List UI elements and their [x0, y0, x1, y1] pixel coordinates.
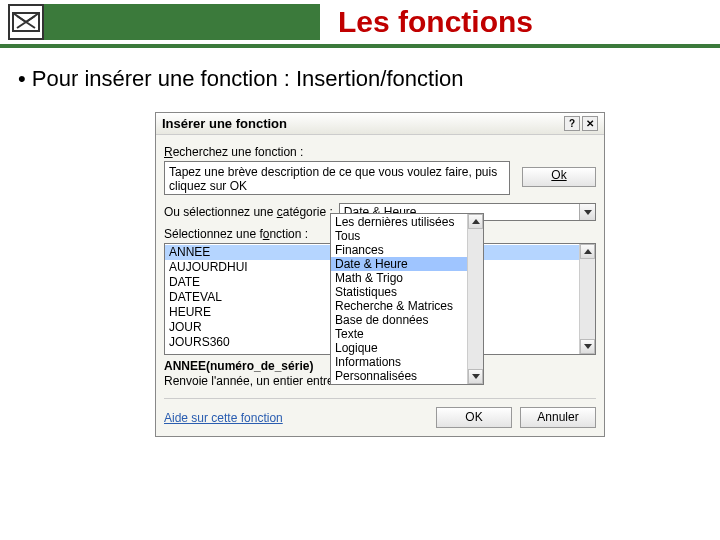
- dialog-title-text: Insérer une fonction: [162, 116, 287, 131]
- scroll-up-icon[interactable]: [468, 214, 483, 229]
- slide-title: Les fonctions: [338, 5, 533, 39]
- dialog-titlebar: Insérer une fonction ? ✕: [156, 113, 604, 135]
- scroll-down-icon[interactable]: [580, 339, 595, 354]
- ok-button[interactable]: OK: [436, 407, 512, 428]
- help-link[interactable]: Aide sur cette fonction: [164, 411, 283, 425]
- close-button[interactable]: ✕: [582, 116, 598, 131]
- help-button[interactable]: ?: [564, 116, 580, 131]
- list-item[interactable]: Statistiques: [331, 285, 467, 299]
- scrollbar[interactable]: [467, 214, 483, 384]
- list-item[interactable]: Date & Heure: [331, 257, 467, 271]
- dialog-body: Recherchez une fonction : Tapez une brèv…: [156, 135, 604, 436]
- slide-header: Les fonctions: [0, 0, 720, 48]
- scrollbar[interactable]: [579, 244, 595, 354]
- category-dropdown[interactable]: Les dernières utiliséesTousFinancesDate …: [330, 213, 484, 385]
- list-item[interactable]: Finances: [331, 243, 467, 257]
- list-item[interactable]: Math & Trigo: [331, 271, 467, 285]
- list-item[interactable]: Logique: [331, 341, 467, 355]
- list-item[interactable]: Les dernières utilisées: [331, 215, 467, 229]
- list-item[interactable]: Tous: [331, 229, 467, 243]
- green-title-bar: [8, 4, 320, 40]
- bullet-instruction: • Pour insérer une fonction : Insertion/…: [18, 66, 720, 92]
- list-item[interactable]: Personnalisées: [331, 369, 467, 383]
- chevron-down-icon: [579, 204, 595, 220]
- search-input[interactable]: Tapez une brève description de ce que vo…: [164, 161, 510, 195]
- list-item[interactable]: Base de données: [331, 313, 467, 327]
- insert-function-dialog: Insérer une fonction ? ✕ Recherchez une …: [155, 112, 605, 437]
- list-item[interactable]: Informations: [331, 355, 467, 369]
- scroll-down-icon[interactable]: [468, 369, 483, 384]
- search-ok-button[interactable]: Ok: [522, 167, 596, 187]
- envelope-x-icon: [8, 4, 44, 40]
- list-item[interactable]: Recherche & Matrices: [331, 299, 467, 313]
- scroll-up-icon[interactable]: [580, 244, 595, 259]
- category-label: Ou sélectionnez une catégorie :: [164, 205, 333, 219]
- search-label: Recherchez une fonction :: [164, 145, 596, 159]
- list-item[interactable]: Texte: [331, 327, 467, 341]
- cancel-button[interactable]: Annuler: [520, 407, 596, 428]
